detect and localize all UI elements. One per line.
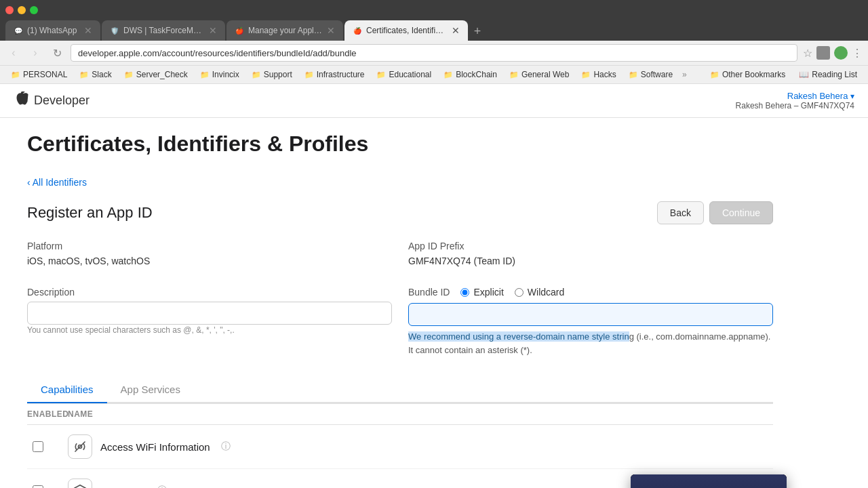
form-grid: Platform iOS, macOS, tvOS, watchOS App I… [27,241,773,266]
reload-button[interactable]: ↻ [49,45,65,61]
bookmark-label-server-check: Server_Check [136,70,188,79]
wildcard-label: Wildcard [528,287,564,298]
capabilities-table-header: ENABLED NAME [27,404,773,425]
bookmark-star-icon[interactable]: ☆ [803,47,812,60]
bookmark-support[interactable]: 📁 Support [246,68,298,81]
folder-icon: 📁 [79,70,89,79]
address-bar: ‹ › ↻ developer.apple.com/account/resour… [0,41,868,65]
section-title: Register an App ID [27,204,153,222]
url-bar[interactable]: developer.apple.com/account/resources/id… [71,44,797,62]
bookmark-label-personal: PERSONAL [23,70,67,79]
folder-icon: 📁 [304,70,314,79]
bookmark-server-check[interactable]: 📁 Server_Check [119,68,193,81]
section-header: Register an App ID Back Continue [27,201,773,224]
wifi-checkbox[interactable] [33,441,43,452]
dropdown-arrow-icon: ▾ [850,92,854,101]
bookmark-reading-list[interactable]: 📖 Reading List [793,68,863,81]
bookmark-educational[interactable]: 📁 Educational [371,68,437,81]
tab-capabilities[interactable]: Capabilities [27,377,107,403]
folder-icon: 📁 [200,70,210,79]
tab-label-certs: Certificates, Identifiers & Profi... [366,26,448,35]
bookmark-general-web[interactable]: 📁 General Web [504,68,574,81]
tabs-bar: 💬 (1) WhatsApp ✕ 🛡️ DWS | TaskForceManag… [0,20,868,41]
explicit-radio[interactable] [460,288,469,297]
menu-icon[interactable]: ⋮ [852,47,863,60]
user-info: Rakesh Behera ▾ Rakesh Behera – GMF4N7XQ… [736,91,854,110]
folder-icon: 📁 [11,70,20,79]
continue-button[interactable]: Continue [709,201,773,224]
video-content [631,474,787,488]
profile-icon[interactable] [834,46,848,60]
explicit-radio-option[interactable]: Explicit [460,287,503,298]
bookmark-label-infrastructure: Infrastructure [317,70,365,79]
apple-logo-icon [14,92,28,110]
bookmark-software[interactable]: 📁 Software [623,68,678,81]
wifi-info-icon[interactable]: ⓘ [221,441,231,453]
bookmarks-right: 📁 Other Bookmarks 📖 Reading List [705,68,863,81]
extensions-icon[interactable] [816,46,830,60]
description-input[interactable] [27,302,392,325]
bookmark-slack[interactable]: 📁 Slack [74,68,117,81]
user-name-link[interactable]: Rakesh Behera ▾ [787,91,854,101]
app-id-prefix-value: GMF4N7XQ74 (Team ID) [408,256,515,266]
tab-label-appleid: Manage your Apple ID [248,26,323,35]
bundle-id-input[interactable] [408,303,773,326]
bookmark-hacks[interactable]: 📁 Hacks [576,68,621,81]
tab-certs[interactable]: 🍎 Certificates, Identifiers & Profi... ✕ [344,20,468,41]
bookmark-blockchain[interactable]: 📁 BlockChain [438,68,502,81]
platform-label: Platform [27,241,392,251]
forward-nav-button[interactable]: › [27,45,43,61]
tab-app-services[interactable]: App Services [107,377,194,403]
wildcard-radio[interactable] [515,288,524,297]
fullscreen-window-button[interactable] [30,6,38,14]
tab-close-whatsapp[interactable]: ✕ [84,25,92,36]
all-identifiers-link[interactable]: All Identifiers [27,177,87,188]
tab-favicon-appleid: 🍎 [235,26,244,35]
apple-developer-header: Developer Rakesh Behera ▾ Rakesh Behera … [0,84,868,118]
breadcrumb-label: All Identifiers [33,177,87,188]
developer-label: Developer [34,94,90,108]
bookmark-label-general-web: General Web [521,70,569,79]
folder-icon: 📁 [376,70,386,79]
attest-info-icon[interactable]: ⓘ [157,485,167,488]
bookmark-infrastructure[interactable]: 📁 Infrastructure [299,68,370,81]
bundle-hint-highlight: We recommend using a reverse-domain name… [408,331,629,342]
new-tab-button[interactable]: + [469,23,486,39]
bookmark-label-hacks: Hacks [593,70,616,79]
attest-icon [68,479,92,488]
bookmark-other[interactable]: 📁 Other Bookmarks [705,68,791,81]
wildcard-radio-option[interactable]: Wildcard [515,287,564,298]
tab-close-dws[interactable]: ✕ [209,25,217,36]
bundle-id-label: Bundle ID [408,287,450,298]
folder-icon: 📁 [710,70,719,79]
close-window-button[interactable] [5,6,14,14]
bookmark-label-slack: Slack [92,70,111,79]
bookmark-invincix[interactable]: 📁 Invincix [195,68,245,81]
folder-icon: 📁 [509,70,519,79]
app-id-prefix-group: App ID Prefix GMF4N7XQ74 (Team ID) [408,241,773,266]
tab-appleid[interactable]: 🍎 Manage your Apple ID ✕ [226,20,343,41]
attest-checkbox[interactable] [33,485,43,488]
capabilities-tabs: Capabilities App Services [27,377,773,403]
tab-dws[interactable]: 🛡️ DWS | TaskForceManagmentS... ✕ [102,20,225,41]
tab-favicon-whatsapp: 💬 [14,26,23,35]
bookmark-label-software: Software [641,70,673,79]
description-bundle-grid: Description You cannot use special chara… [27,287,773,357]
bookmark-personal[interactable]: 📁 PERSONAL [5,68,73,81]
tab-close-certs[interactable]: ✕ [452,25,460,36]
minimize-window-button[interactable] [18,6,26,14]
tab-close-appleid[interactable]: ✕ [327,25,335,36]
tab-whatsapp[interactable]: 💬 (1) WhatsApp ✕ [5,20,100,41]
description-hint: You cannot use special characters such a… [27,325,235,335]
folder-icon: 📁 [252,70,261,79]
platform-group: Platform iOS, macOS, tvOS, watchOS [27,241,392,266]
breadcrumb: All Identifiers [27,177,773,188]
bookmarks-more-button[interactable]: » [679,68,690,81]
app-id-prefix-label: App ID Prefix [408,241,773,251]
folder-icon: 📁 [443,70,453,79]
video-overlay [631,474,787,488]
enabled-col-header: ENABLED [27,409,68,419]
back-nav-button[interactable]: ‹ [5,45,22,61]
action-buttons: Back Continue [657,201,773,224]
back-button[interactable]: Back [657,201,704,224]
